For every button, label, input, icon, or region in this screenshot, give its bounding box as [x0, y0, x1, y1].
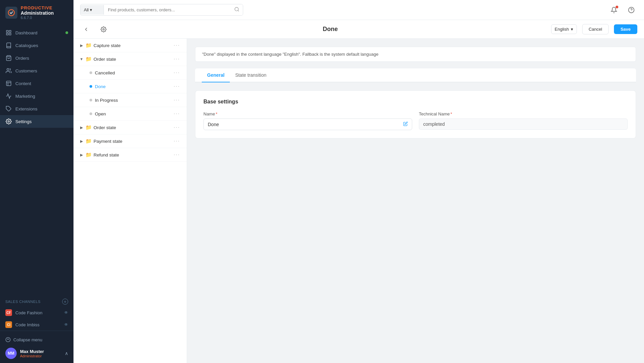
sidebar-item-label: Orders	[15, 56, 29, 61]
tree-item-order-state-expanded[interactable]: ▼ 📁 Order state ···	[73, 52, 187, 66]
state-dot-active	[90, 85, 92, 88]
sidebar-item-catalogues[interactable]: Catalogues	[0, 39, 73, 52]
notification-badge	[616, 6, 618, 8]
info-banner: "Done" displayed in the content language…	[195, 47, 636, 62]
expand-arrow-icon: ▶	[79, 125, 84, 130]
sales-channel-label: Code Imbiss	[15, 322, 61, 327]
name-field-group: Name* Done	[203, 111, 412, 130]
tree-item-order-state-2[interactable]: ▶ 📁 Order state ···	[73, 121, 187, 134]
tree-item-in-progress[interactable]: In Progress ···	[73, 93, 187, 107]
tree-item-capture-state[interactable]: ▶ 📁 Capture state ···	[73, 39, 187, 52]
sidebar-item-label: Settings	[15, 119, 32, 124]
tree-item-open[interactable]: Open ···	[73, 107, 187, 121]
chevron-down-icon: ▾	[571, 27, 573, 32]
user-chevron-icon: ∧	[65, 351, 68, 356]
language-select[interactable]: English ▾	[551, 24, 577, 34]
settings-icon	[5, 118, 12, 125]
tree-item-cancelled[interactable]: Cancelled ···	[73, 66, 187, 80]
sub-toolbar: Done English ▾ Cancel Save	[73, 20, 644, 39]
tree-item-label: Open	[95, 111, 172, 116]
sidebar-item-extensions[interactable]: Extensions	[0, 102, 73, 115]
svg-point-10	[6, 337, 10, 342]
language-value: English	[555, 27, 569, 32]
dashboard-icon	[5, 29, 12, 36]
svg-point-11	[235, 7, 238, 11]
main-area: All ▾ Do	[73, 0, 644, 363]
sidebar-item-dashboard[interactable]: Dashboard	[0, 26, 73, 39]
folder-icon: 📁	[86, 124, 92, 130]
save-button[interactable]: Save	[614, 24, 637, 34]
app-version: 6.6.7.0	[21, 16, 54, 20]
state-dot	[90, 99, 92, 101]
sales-channel-label: Code Fashion	[15, 310, 61, 315]
search-button[interactable]	[231, 4, 243, 15]
page-settings-button[interactable]	[98, 23, 110, 35]
sidebar-item-label: Extensions	[15, 106, 37, 111]
cancel-button[interactable]: Cancel	[582, 24, 608, 34]
more-options-button[interactable]: ···	[172, 110, 181, 117]
expand-arrow-icon: ▼	[79, 56, 84, 62]
sidebar-item-label: Marketing	[15, 94, 35, 99]
notifications-button[interactable]	[608, 4, 620, 16]
page-title: Done	[115, 26, 546, 33]
user-info: Max Muster Administrator	[20, 349, 61, 358]
extensions-icon	[5, 105, 12, 112]
collapse-menu-button[interactable]: Collapse menu	[5, 335, 68, 344]
search-filter-select[interactable]: All ▾	[80, 5, 104, 15]
sidebar-item-label: Content	[15, 81, 31, 86]
tree-item-label: Refund state	[94, 152, 172, 157]
eye-icon[interactable]: 👁	[64, 322, 68, 327]
tree-item-label: Order state	[94, 57, 172, 62]
user-profile[interactable]: MM Max Muster Administrator ∧	[5, 344, 68, 359]
tab-general[interactable]: General	[202, 68, 230, 82]
eye-icon[interactable]: 👁	[64, 310, 68, 315]
tree-item-done[interactable]: Done ···	[73, 80, 187, 93]
sidebar-brand: PRODUCTIVE Administration 6.6.7.0	[21, 5, 54, 20]
form-grid: Name* Done Technical Name*	[203, 111, 628, 130]
brand-name: PRODUCTIVE	[21, 5, 54, 10]
folder-icon: 📁	[86, 56, 92, 62]
technical-name-field-group: Technical Name* completed	[419, 111, 628, 130]
orders-icon	[5, 55, 12, 61]
more-options-button[interactable]: ···	[172, 96, 181, 104]
more-options-button[interactable]: ···	[172, 42, 181, 49]
expand-arrow-icon: ▶	[79, 152, 84, 157]
user-avatar: MM	[5, 348, 17, 359]
svg-point-9	[8, 121, 10, 122]
tree-item-label: Capture state	[94, 43, 172, 48]
search-input[interactable]	[104, 5, 231, 15]
sidebar-item-orders[interactable]: Orders	[0, 52, 73, 64]
sidebar-item-label: Catalogues	[15, 43, 38, 48]
more-options-button[interactable]: ···	[172, 69, 181, 76]
content-icon	[5, 80, 12, 87]
sales-channel-code-imbiss[interactable]: CI Code Imbiss 👁	[0, 319, 73, 331]
help-button[interactable]	[625, 4, 637, 16]
tabs-row: General State transition	[195, 68, 636, 82]
name-input[interactable]: Done	[203, 118, 412, 130]
body-layout: ▶ 📁 Capture state ··· ▼ 📁 Order state ··…	[73, 39, 644, 363]
name-label: Name*	[203, 111, 412, 116]
more-options-button[interactable]: ···	[172, 137, 181, 145]
more-options-button[interactable]: ···	[172, 151, 181, 158]
sidebar-footer: Collapse menu MM Max Muster Administrato…	[0, 331, 73, 363]
add-sales-channel-button[interactable]: +	[62, 299, 68, 305]
more-options-button[interactable]: ···	[172, 83, 181, 90]
sidebar-item-marketing[interactable]: Marketing	[0, 90, 73, 102]
tree-item-label: In Progress	[95, 98, 172, 103]
tab-state-transition[interactable]: State transition	[230, 68, 272, 82]
edit-icon[interactable]	[403, 121, 408, 127]
tree-item-label: Payment state	[94, 139, 172, 144]
back-button[interactable]	[80, 23, 92, 35]
user-name: Max Muster	[20, 349, 61, 354]
sales-channel-code-fashion[interactable]: CF Code Fashion 👁	[0, 307, 73, 319]
status-dot	[65, 31, 68, 34]
sidebar-item-settings[interactable]: Settings	[0, 115, 73, 128]
tree-item-refund-state[interactable]: ▶ 📁 Refund state ···	[73, 148, 187, 162]
sidebar-item-content[interactable]: Content	[0, 77, 73, 90]
svg-point-0	[8, 9, 14, 15]
tree-item-payment-state[interactable]: ▶ 📁 Payment state ···	[73, 134, 187, 148]
more-options-button[interactable]: ···	[172, 55, 181, 63]
sidebar-item-customers[interactable]: Customers	[0, 64, 73, 77]
tree-item-label: Order state	[94, 125, 172, 130]
more-options-button[interactable]: ···	[172, 124, 181, 131]
